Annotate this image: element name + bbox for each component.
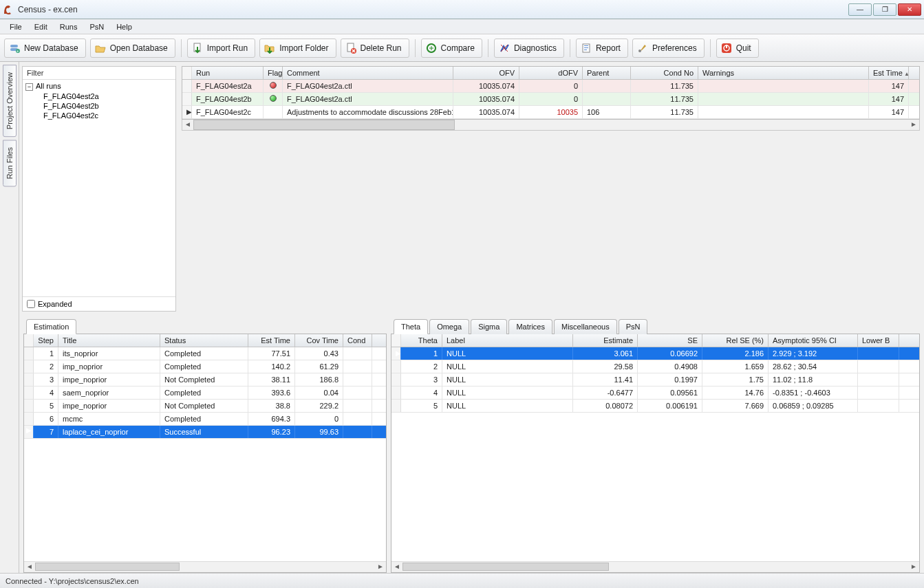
svg-rect-10 bbox=[584, 50, 587, 50]
menu-edit[interactable]: Edit bbox=[29, 21, 53, 33]
scroll-right-icon[interactable]: ► bbox=[908, 562, 919, 572]
import-folder-button[interactable]: Import Folder bbox=[259, 39, 336, 58]
table-row[interactable]: 2NULL29.580.49081.65928.62 ; 30.54 bbox=[391, 360, 919, 373]
tree-item[interactable]: F_FLAG04est2c bbox=[43, 111, 173, 120]
compare-button[interactable]: Compare bbox=[421, 39, 482, 58]
svg-rect-0 bbox=[10, 45, 18, 47]
scroll-right-icon[interactable]: ► bbox=[908, 120, 919, 130]
report-button[interactable]: Report bbox=[576, 39, 628, 58]
estimation-hscroll[interactable]: ◄ ► bbox=[24, 561, 386, 572]
runs-hscroll[interactable]: ◄ ► bbox=[182, 120, 920, 131]
estimation-panel: Estimation Step Title Status Est Time Co… bbox=[23, 318, 387, 573]
col-dofv[interactable]: dOFV bbox=[519, 67, 583, 79]
scroll-thumb[interactable] bbox=[35, 563, 180, 571]
menu-help[interactable]: Help bbox=[111, 21, 138, 33]
tab-matrices[interactable]: Matrices bbox=[508, 319, 552, 334]
statusbar: Connected - Y:\projects\census2\ex.cen bbox=[0, 573, 924, 588]
expanded-checkbox[interactable] bbox=[27, 300, 35, 308]
tab-misc[interactable]: Miscellaneous bbox=[554, 319, 617, 334]
col-warnings[interactable]: Warnings bbox=[698, 67, 869, 79]
tab-omega[interactable]: Omega bbox=[429, 319, 469, 334]
tab-sigma[interactable]: Sigma bbox=[471, 319, 507, 334]
col-lowerb[interactable]: Lower B bbox=[858, 334, 899, 347]
maximize-button[interactable]: ❐ bbox=[873, 3, 896, 16]
table-row[interactable]: 6mcmcCompleted694.30 bbox=[24, 413, 386, 426]
col-esttime[interactable]: Est Time bbox=[248, 334, 295, 347]
runs-table[interactable]: Run Flag Comment OFV dOFV Parent Cond No… bbox=[182, 66, 920, 120]
filter-tree[interactable]: −All runs F_FLAG04est2a F_FLAG04est2b F_… bbox=[23, 80, 175, 296]
diagnostics-button[interactable]: Diagnostics bbox=[494, 39, 564, 58]
table-row[interactable]: 4saem_nopriorCompleted393.60.04 bbox=[24, 386, 386, 400]
menu-psn[interactable]: PsN bbox=[84, 21, 109, 33]
col-title[interactable]: Title bbox=[58, 334, 160, 347]
svg-rect-14 bbox=[726, 45, 727, 48]
tab-psn[interactable]: PsN bbox=[619, 319, 648, 334]
table-row[interactable]: F_FLAG04est2aF_FLAG04est2a.ctl10035.0740… bbox=[182, 80, 919, 93]
col-covtime[interactable]: Cov Time bbox=[295, 334, 343, 347]
scroll-right-icon[interactable]: ► bbox=[375, 562, 386, 572]
scroll-left-icon[interactable]: ◄ bbox=[391, 562, 402, 572]
col-status[interactable]: Status bbox=[160, 334, 248, 347]
table-row[interactable]: 5impe_nopriorNot Completed38.8229.2 bbox=[24, 400, 386, 413]
col-esttime[interactable]: Est Time bbox=[869, 67, 909, 79]
col-ci[interactable]: Asymptotic 95% CI bbox=[769, 334, 858, 347]
menu-runs[interactable]: Runs bbox=[54, 21, 83, 33]
delete-run-button[interactable]: Delete Run bbox=[341, 39, 409, 58]
table-row[interactable]: 5NULL0.080720.0061917.6690.06859 ; 0.092… bbox=[391, 400, 919, 413]
tree-root[interactable]: −All runs bbox=[25, 81, 173, 91]
tab-project-overview[interactable]: Project Overview bbox=[3, 65, 17, 137]
estimation-table[interactable]: Step Title Status Est Time Cov Time Cond… bbox=[24, 334, 386, 561]
col-estimate[interactable]: Estimate bbox=[573, 334, 638, 347]
tree-item[interactable]: F_FLAG04est2a bbox=[43, 91, 173, 101]
col-run[interactable]: Run bbox=[192, 67, 264, 79]
table-row[interactable]: 2imp_nopriorCompleted140.261.29 bbox=[24, 360, 386, 373]
tab-run-files[interactable]: Run Files bbox=[3, 140, 17, 186]
close-button[interactable]: ✕ bbox=[898, 3, 921, 16]
minimize-button[interactable]: — bbox=[848, 3, 872, 16]
col-condno[interactable]: Cond No bbox=[631, 67, 698, 79]
row-indicator bbox=[391, 360, 401, 373]
col-ofv[interactable]: OFV bbox=[453, 67, 519, 79]
import-run-button[interactable]: Import Run bbox=[187, 39, 255, 58]
scroll-left-icon[interactable]: ◄ bbox=[24, 562, 35, 572]
col-cond[interactable]: Cond bbox=[343, 334, 372, 347]
tab-estimation[interactable]: Estimation bbox=[26, 319, 76, 334]
app-icon bbox=[3, 4, 14, 15]
col-label[interactable]: Label bbox=[442, 334, 573, 347]
toolbar-separator bbox=[488, 39, 488, 57]
row-indicator bbox=[24, 360, 34, 373]
col-se[interactable]: SE bbox=[638, 334, 702, 347]
table-row[interactable]: ▶F_FLAG04est2cAdjustments to accommodate… bbox=[182, 106, 919, 119]
row-indicator bbox=[24, 400, 34, 412]
scroll-left-icon[interactable]: ◄ bbox=[182, 120, 193, 130]
theta-table[interactable]: Theta Label Estimate SE Rel SE (%) Asymp… bbox=[391, 334, 919, 561]
table-row[interactable]: ▶7laplace_cei_nopriorSuccessful96.2399.6… bbox=[24, 426, 386, 439]
table-row[interactable]: F_FLAG04est2bF_FLAG04est2a.ctl10035.0740… bbox=[182, 93, 919, 106]
col-comment[interactable]: Comment bbox=[283, 67, 453, 79]
table-row[interactable]: ▶1NULL3.0610.066922.1862.929 ; 3.192 bbox=[391, 347, 919, 360]
col-theta[interactable]: Theta bbox=[401, 334, 442, 347]
col-parent[interactable]: Parent bbox=[583, 67, 631, 79]
preferences-button[interactable]: Preferences bbox=[632, 39, 705, 58]
horizontal-splitter[interactable] bbox=[19, 312, 924, 318]
table-row[interactable]: 4NULL-0.64770.0956114.76-0.8351 ; -0.460… bbox=[391, 386, 919, 400]
scroll-thumb[interactable] bbox=[193, 120, 455, 130]
menu-file[interactable]: File bbox=[4, 21, 28, 33]
row-indicator bbox=[182, 80, 192, 92]
svg-text:+: + bbox=[17, 49, 19, 53]
table-row[interactable]: 3impe_nopriorNot Completed38.11186.8 bbox=[24, 373, 386, 386]
col-relse[interactable]: Rel SE (%) bbox=[702, 334, 769, 347]
table-row[interactable]: 3NULL11.410.19971.7511.02 ; 11.8 bbox=[391, 373, 919, 386]
col-step[interactable]: Step bbox=[34, 334, 58, 347]
col-flag[interactable]: Flag bbox=[264, 67, 283, 79]
quit-icon bbox=[721, 43, 732, 54]
new-database-button[interactable]: +New Database bbox=[4, 39, 86, 58]
collapse-icon[interactable]: − bbox=[25, 83, 33, 91]
theta-hscroll[interactable]: ◄ ► bbox=[391, 561, 919, 572]
quit-button[interactable]: Quit bbox=[716, 39, 759, 58]
open-database-button[interactable]: Open Database bbox=[90, 39, 175, 58]
table-row[interactable]: 1its_nopriorCompleted77.510.43 bbox=[24, 347, 386, 360]
tab-theta[interactable]: Theta bbox=[394, 319, 428, 334]
tree-item[interactable]: F_FLAG04est2b bbox=[43, 101, 173, 111]
scroll-thumb[interactable] bbox=[402, 563, 609, 571]
